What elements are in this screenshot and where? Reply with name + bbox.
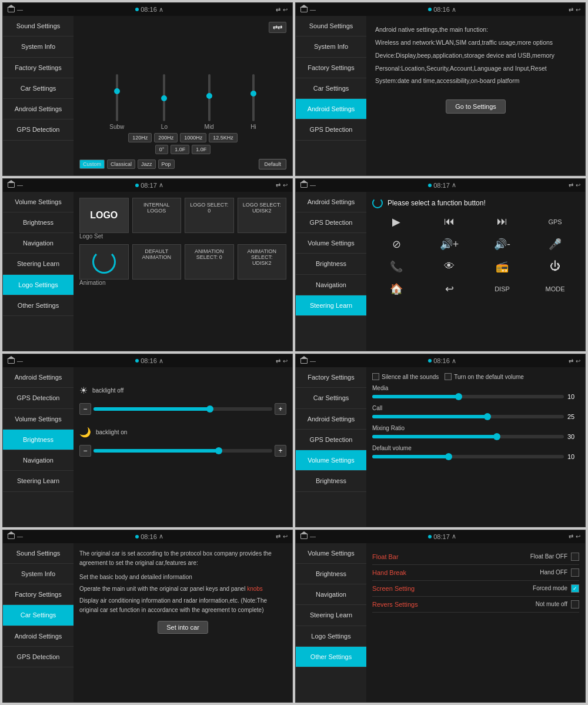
logo-internal[interactable]: INTERNAL LOGOS: [132, 198, 182, 233]
eq-freq-125khz[interactable]: 12.5KHz: [209, 133, 238, 142]
logo-select-0[interactable]: LOGO SELECT: 0: [185, 198, 234, 233]
default-vol-checkbox[interactable]: [445, 373, 452, 380]
brightness-off-plus[interactable]: +: [275, 403, 286, 415]
eq-freq-1000hz[interactable]: 1000Hz: [180, 133, 206, 142]
sidebar-item-bright-5[interactable]: Brightness: [3, 430, 74, 450]
brightness-off-thumb[interactable]: [206, 405, 213, 413]
func-home[interactable]: 🏠: [372, 280, 420, 298]
vol-mix-thumb[interactable]: [493, 433, 500, 440]
sidebar-item-nav-4[interactable]: Navigation: [296, 275, 366, 295]
sidebar-item-car-1[interactable]: Car Settings: [3, 78, 74, 99]
eq-preset-jazz[interactable]: Jazz: [138, 159, 156, 169]
sidebar-item-vol-3[interactable]: Volume Settings: [3, 192, 74, 212]
other-screen-checkbox[interactable]: ✓: [571, 584, 579, 593]
sidebar-item-vol-4[interactable]: Volume Settings: [296, 233, 366, 254]
sidebar-item-car-6[interactable]: Car Settings: [296, 388, 366, 408]
sidebar-item-gps-4[interactable]: GPS Detection: [296, 212, 366, 233]
vol-default-check[interactable]: Turn on the default volume: [445, 373, 524, 380]
eq-thumb-subw[interactable]: [114, 88, 120, 94]
silence-checkbox[interactable]: [372, 373, 379, 380]
sidebar-item-other-3[interactable]: Other Settings: [3, 295, 74, 316]
sidebar-item-sysinfo-1[interactable]: System Info: [3, 36, 74, 57]
func-back[interactable]: ↩: [425, 280, 473, 298]
func-play[interactable]: ▶: [372, 213, 420, 231]
func-eye[interactable]: 👁: [425, 258, 473, 275]
sidebar-item-vol-8[interactable]: Volume Settings: [296, 543, 366, 564]
func-vol-up[interactable]: 🔊+: [425, 235, 473, 253]
func-call[interactable]: 📞: [372, 258, 420, 275]
eq-track-subw[interactable]: [116, 74, 118, 121]
sidebar-item-sound-2[interactable]: Sound Settings: [296, 16, 366, 36]
sidebar-item-gps-7[interactable]: GPS Detection: [3, 647, 74, 667]
eq-thumb-hi[interactable]: [250, 91, 256, 97]
refresh-icon[interactable]: [372, 198, 383, 208]
sidebar-item-gps-6[interactable]: GPS Detection: [296, 430, 366, 450]
sidebar-item-android-4[interactable]: Android Settings: [296, 192, 366, 212]
func-disp[interactable]: DISP: [478, 280, 526, 298]
vol-mix-track[interactable]: [372, 435, 564, 438]
sidebar-item-factory-1[interactable]: Factory Settings: [3, 58, 74, 78]
sidebar-item-steer-8[interactable]: Steering Learn: [296, 605, 366, 626]
sidebar-item-android-7[interactable]: Android Settings: [3, 626, 74, 647]
eq-track-lo[interactable]: [163, 74, 165, 121]
func-gps[interactable]: GPS: [531, 213, 579, 231]
brightness-on-track[interactable]: [93, 449, 272, 453]
func-next[interactable]: ⏭: [478, 213, 526, 231]
brightness-on-thumb[interactable]: [215, 447, 222, 454]
eq-mute-button[interactable]: ⇄⇄: [269, 22, 286, 33]
other-float-checkbox[interactable]: [571, 553, 579, 561]
sidebar-item-vol-5[interactable]: Volume Settings: [3, 409, 74, 430]
eq-freq-120hz[interactable]: 120Hz: [128, 133, 152, 142]
vol-call-track[interactable]: [372, 415, 564, 418]
sidebar-item-factory-6[interactable]: Factory Settings: [296, 367, 366, 388]
sidebar-item-logo-8[interactable]: Logo Settings: [296, 626, 366, 647]
sidebar-item-android-6[interactable]: Android Settings: [296, 409, 366, 430]
func-power[interactable]: ⏻: [531, 258, 579, 275]
eq-gain-2[interactable]: 1.0F: [192, 145, 211, 154]
sidebar-item-sysinfo-7[interactable]: System Info: [3, 564, 74, 584]
eq-gain-0[interactable]: 0°: [155, 145, 169, 154]
func-vol-down[interactable]: 🔊-: [478, 235, 526, 253]
func-mode[interactable]: MODE: [531, 280, 579, 298]
sidebar-item-sound-7[interactable]: Sound Settings: [3, 543, 74, 564]
sidebar-item-nav-8[interactable]: Navigation: [296, 584, 366, 605]
brightness-off-track[interactable]: [93, 407, 272, 411]
logo-main-item[interactable]: LOGO: [79, 198, 129, 233]
sidebar-item-other-8[interactable]: Other Settings: [296, 647, 366, 667]
sidebar-item-gps-5[interactable]: GPS Detection: [3, 388, 74, 408]
brightness-off-minus[interactable]: −: [79, 403, 91, 415]
eq-thumb-mid[interactable]: [206, 93, 212, 99]
sidebar-item-sound-1[interactable]: Sound Settings: [3, 16, 74, 36]
vol-media-track[interactable]: [372, 395, 564, 398]
func-mic[interactable]: 🎤: [531, 235, 579, 253]
eq-track-hi[interactable]: [252, 74, 255, 121]
eq-track-mid[interactable]: [208, 74, 211, 121]
vol-silence-check[interactable]: Silence all the sounds: [372, 373, 439, 380]
sidebar-item-gps-2[interactable]: GPS Detection: [296, 119, 366, 140]
func-prev[interactable]: ⏮: [425, 213, 473, 231]
eq-freq-200hz[interactable]: 200Hz: [154, 133, 178, 142]
func-mute[interactable]: ⊘: [372, 235, 420, 253]
sidebar-item-vol-6[interactable]: Volume Settings: [296, 450, 366, 471]
other-handbreak-checkbox[interactable]: [571, 568, 579, 577]
sidebar-item-bright-4[interactable]: Brightness: [296, 254, 366, 274]
eq-preset-classical[interactable]: Classical: [107, 159, 135, 169]
vol-default-thumb[interactable]: [445, 453, 452, 460]
sidebar-item-factory-7[interactable]: Factory Settings: [3, 584, 74, 605]
sidebar-item-nav-3[interactable]: Navigation: [3, 233, 74, 254]
vol-media-thumb[interactable]: [455, 393, 462, 400]
set-car-button[interactable]: Set into car: [158, 621, 208, 634]
sidebar-item-bright-3[interactable]: Brightness: [3, 212, 74, 233]
anim-default[interactable]: DEFAULT ANIMATION: [132, 244, 182, 280]
sidebar-item-steer-4[interactable]: Steering Learn: [296, 295, 366, 316]
sidebar-item-sysinfo-2[interactable]: System Info: [296, 36, 366, 57]
anim-select-udisk[interactable]: ANIMATION SELECT: UDISK2: [238, 244, 287, 280]
eq-thumb-lo[interactable]: [161, 95, 167, 101]
sidebar-item-car-7[interactable]: Car Settings: [3, 605, 74, 626]
brightness-on-minus[interactable]: −: [79, 445, 91, 457]
sidebar-item-android-5[interactable]: Android Settings: [3, 367, 74, 388]
brightness-on-plus[interactable]: +: [275, 445, 286, 457]
vol-default-track[interactable]: [372, 455, 564, 458]
anim-main-item[interactable]: [79, 244, 129, 280]
eq-gain-1[interactable]: 1.0F: [171, 145, 189, 154]
